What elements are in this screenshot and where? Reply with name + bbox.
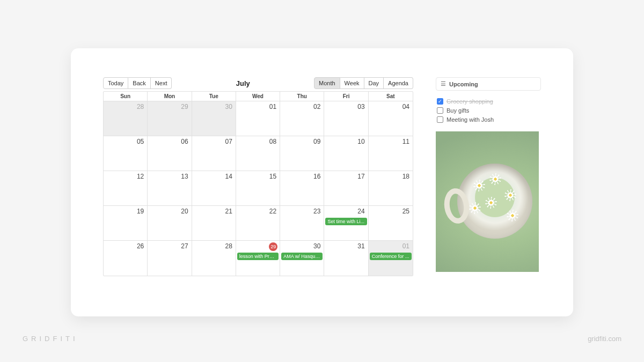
date-number: 14 <box>225 173 232 180</box>
checkbox-unchecked-icon[interactable] <box>437 116 443 123</box>
todo-label: Buy gifts <box>447 107 469 114</box>
day-header-cell: Sat <box>369 92 413 101</box>
todo-label: Meeting with Josh <box>447 116 494 123</box>
date-number: 03 <box>357 103 364 110</box>
date-number: 30 <box>313 242 320 250</box>
calendar-cell[interactable]: 11 <box>369 136 413 171</box>
date-number: 27 <box>181 242 188 250</box>
calendar-week: 192021222324Set time with Li...25 <box>104 206 413 241</box>
date-number: 19 <box>137 208 144 215</box>
day-header-cell: Wed <box>236 92 280 101</box>
calendar-cell[interactable]: 16 <box>280 171 324 205</box>
calendar-cell[interactable]: 10 <box>324 136 368 171</box>
calendar-cell[interactable]: 12 <box>104 171 148 205</box>
date-number: 07 <box>225 138 232 145</box>
day-header-cell: Sun <box>104 92 148 101</box>
date-number: 23 <box>313 208 320 215</box>
day-header-cell: Mon <box>148 92 192 101</box>
day-header-cell: Fri <box>324 92 368 101</box>
calendar-cell[interactable]: 19 <box>104 206 148 240</box>
next-button[interactable]: Next <box>151 77 172 89</box>
view-month-button[interactable]: Month <box>314 77 340 89</box>
todo-item[interactable]: Buy gifts <box>436 107 541 114</box>
calendar-week: 28293001020304 <box>104 101 413 136</box>
today-marker: 29 <box>269 242 277 251</box>
calendar-cell[interactable]: 13 <box>148 171 192 205</box>
todo-list: ✓Grocery shoppingBuy giftsMeeting with J… <box>436 98 541 123</box>
calendar-grid: SunMonTueWedThuFriSat 282930010203040506… <box>103 91 413 276</box>
upcoming-header[interactable]: ☰ Upcoming <box>436 77 541 91</box>
calendar-cell[interactable]: 18 <box>369 171 413 205</box>
date-number: 31 <box>357 242 364 250</box>
todo-label: Grocery shopping <box>447 98 493 105</box>
calendar-cell[interactable]: 15 <box>236 171 280 205</box>
calendar-cell[interactable]: 23 <box>280 206 324 240</box>
date-number: 30 <box>225 103 232 110</box>
date-number: 12 <box>137 173 144 180</box>
date-number: 09 <box>313 138 320 145</box>
calendar-event[interactable]: Conference for ... <box>370 253 412 260</box>
date-number: 18 <box>402 173 409 180</box>
today-button[interactable]: Today <box>103 77 128 89</box>
checkbox-unchecked-icon[interactable] <box>437 107 443 114</box>
calendar-toolbar: Today Back Next July Month Week Day Agen… <box>103 77 413 89</box>
calendar-cell[interactable]: 30 <box>192 101 236 136</box>
calendar-cell[interactable]: 07 <box>192 136 236 171</box>
calendar-cell[interactable]: 21 <box>192 206 236 240</box>
calendar-cell[interactable]: 03 <box>324 101 368 136</box>
date-number: 10 <box>357 138 364 145</box>
date-number: 26 <box>137 242 144 250</box>
calendar-cell[interactable]: 28 <box>104 101 148 136</box>
calendar-cell[interactable]: 06 <box>148 136 192 171</box>
list-icon: ☰ <box>441 80 446 87</box>
calendar-cell[interactable]: 08 <box>236 136 280 171</box>
date-number: 22 <box>269 208 276 215</box>
calendar-cell[interactable]: 30AMA w/ Hasque... <box>280 241 324 276</box>
calendar-cell[interactable]: 28 <box>192 241 236 276</box>
view-agenda-button[interactable]: Agenda <box>384 77 413 89</box>
calendar-cell[interactable]: 02 <box>280 101 324 136</box>
upcoming-label: Upcoming <box>449 81 478 87</box>
calendar-cell[interactable]: 26 <box>104 241 148 276</box>
calendar-week: 12131415161718 <box>104 171 413 206</box>
calendar-cell[interactable]: 31 <box>324 241 368 276</box>
calendar-cell[interactable]: 01 <box>236 101 280 136</box>
calendar-cell[interactable]: 09 <box>280 136 324 171</box>
calendar-cell[interactable]: 25 <box>369 206 413 240</box>
back-button[interactable]: Back <box>128 77 150 89</box>
calendar-event[interactable]: AMA w/ Hasque... <box>281 253 323 260</box>
view-week-button[interactable]: Week <box>340 77 364 89</box>
calendar-cell[interactable]: 17 <box>324 171 368 205</box>
sidebar-panel: ☰ Upcoming ✓Grocery shoppingBuy giftsMee… <box>436 77 541 295</box>
calendar-event[interactable]: lesson with Prof... <box>237 253 279 260</box>
date-number: 01 <box>402 242 409 250</box>
date-number: 17 <box>357 173 364 180</box>
calendar-weeks: 2829300102030405060708091011121314151617… <box>104 101 413 276</box>
nav-group: Today Back Next <box>103 77 172 89</box>
view-day-button[interactable]: Day <box>364 77 384 89</box>
todo-item[interactable]: Meeting with Josh <box>436 116 541 123</box>
calendar-cell[interactable]: 29 <box>148 101 192 136</box>
brand-watermark: GRIDFITI <box>23 335 78 343</box>
calendar-cell[interactable]: 27 <box>148 241 192 276</box>
date-number: 24 <box>357 208 364 215</box>
day-header-cell: Tue <box>192 92 236 101</box>
calendar-cell[interactable]: 29lesson with Prof... <box>236 241 280 276</box>
calendar-cell[interactable]: 22 <box>236 206 280 240</box>
calendar-panel: Today Back Next July Month Week Day Agen… <box>103 77 413 295</box>
calendar-cell[interactable]: 20 <box>148 206 192 240</box>
calendar-cell[interactable]: 04 <box>369 101 413 136</box>
calendar-cell[interactable]: 24Set time with Li... <box>324 206 368 240</box>
date-number: 25 <box>402 208 409 215</box>
date-number: 20 <box>181 208 188 215</box>
calendar-cell[interactable]: 01Conference for ... <box>369 241 413 276</box>
month-title: July <box>236 79 250 87</box>
date-number: 01 <box>269 103 276 110</box>
date-number: 29 <box>181 103 188 110</box>
todo-item[interactable]: ✓Grocery shopping <box>436 98 541 105</box>
checkbox-checked-icon[interactable]: ✓ <box>437 98 443 105</box>
calendar-cell[interactable]: 05 <box>104 136 148 171</box>
calendar-event[interactable]: Set time with Li... <box>325 218 367 225</box>
date-number: 15 <box>269 173 276 180</box>
calendar-cell[interactable]: 14 <box>192 171 236 205</box>
